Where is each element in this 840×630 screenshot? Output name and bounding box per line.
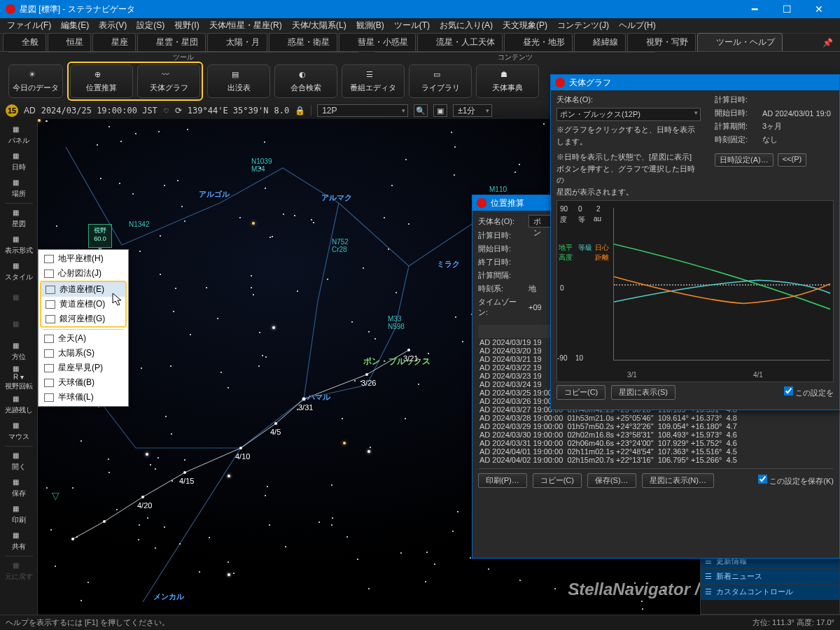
star <box>164 185 165 186</box>
menu-item[interactable]: ヘルプ(H) <box>615 18 660 33</box>
category-tab[interactable]: 太陽・月 <box>207 33 267 51</box>
datetime-readout[interactable]: 2024/03/25 19:00:00 JST <box>41 106 158 115</box>
library-button[interactable]: ▭ライブラリ <box>409 64 472 98</box>
category-tab[interactable]: 星座 <box>92 33 136 51</box>
side-location[interactable]: ▦場所 <box>2 175 36 202</box>
menu-item[interactable]: 銀河座標(G) <box>41 312 125 326</box>
menu-item[interactable]: 天体/恒星・星座(R) <box>205 18 286 33</box>
prev-button[interactable]: <<(P) <box>778 153 807 167</box>
show-in-chart-button[interactable]: 星図に表示(S) <box>611 385 676 400</box>
menu-item[interactable]: ファイル(F) <box>3 18 55 33</box>
side-style[interactable]: ▦スタイル <box>2 258 36 285</box>
fov-indicator[interactable]: 視野 60.0 ▼ <box>88 224 112 248</box>
menu-item[interactable]: 黄道座標(O) <box>41 297 125 312</box>
table-row[interactable]: AD 2024/03/28 19:00:00 01h53m21.0s +25°0… <box>478 414 834 422</box>
dialog-titlebar[interactable]: 天体グラフ <box>551 75 839 90</box>
table-row[interactable]: AD 2024/04/01 19:00:00 02h11m02.1s +22°4… <box>478 447 834 456</box>
side-chart-type[interactable]: ▦星図 <box>2 205 36 232</box>
object-select[interactable]: ポン・ブルックス(12P) <box>556 108 701 121</box>
menu-item[interactable]: 表示(V) <box>94 18 131 33</box>
category-tab[interactable]: 全般 <box>3 33 46 51</box>
maximize-button[interactable]: ☐ <box>771 0 802 18</box>
step-badge[interactable]: 15 <box>6 104 18 117</box>
print-button[interactable]: 印刷(P)… <box>478 473 527 488</box>
category-tab[interactable]: 流星・人工天体 <box>417 33 503 51</box>
category-tab[interactable]: ツール・ヘルプ <box>697 33 783 51</box>
save-settings-checkbox[interactable]: この設定を保存(K) <box>758 475 834 486</box>
category-tabs: 全般恒星星座星雲・星団太陽・月惑星・衛星彗星・小惑星流星・人工天体昼光・地形経緯… <box>0 34 840 52</box>
rise-set-button[interactable]: ▤出没表 <box>207 64 270 98</box>
side-display-mode[interactable]: ▦表示形式 <box>2 232 36 258</box>
pin-icon[interactable]: 📌 <box>822 38 837 48</box>
category-tab[interactable]: 昼光・地形 <box>504 33 573 51</box>
program-editor-button[interactable]: ☰番組エディタ <box>342 64 405 98</box>
menu-item[interactable]: 半球儀(L) <box>40 390 127 405</box>
panel-custom[interactable]: ☰カスタムコントロール <box>701 584 839 600</box>
save-button[interactable]: 保存(S)… <box>587 473 636 488</box>
table-row[interactable]: AD 2024/03/31 19:00:00 02h06m40.6s +23°2… <box>478 439 834 447</box>
table-row[interactable]: AD 2024/03/29 19:00:00 01h57m50.2s +24°3… <box>478 422 834 430</box>
tolerance-select[interactable]: ±1分 <box>453 104 492 117</box>
location-readout[interactable]: 139°44'E 35°39'N <box>188 106 269 115</box>
side-datetime[interactable]: ▦日時 <box>2 148 36 175</box>
side-save[interactable]: ▦保存 <box>2 475 36 501</box>
lock-icon[interactable]: 🔒 <box>295 106 305 115</box>
minimize-button[interactable]: ━ <box>739 0 770 18</box>
save-settings-checkbox[interactable]: この設定を <box>784 386 834 398</box>
category-tab[interactable]: 星雲・星団 <box>137 33 206 51</box>
graph-chart[interactable]: 90 0 -90 度 0 10 等 2 au 地平 高度 等級 日心 距離 <box>556 200 834 382</box>
menu-item[interactable]: コンテンツ(J) <box>553 18 613 33</box>
menu-item[interactable]: ツール(T) <box>390 18 434 33</box>
menu-item[interactable]: 天文現象(P) <box>498 18 552 33</box>
menu-item[interactable]: 星座早見(P) <box>40 360 127 375</box>
category-tab[interactable]: 彗星・小惑星 <box>339 33 416 51</box>
object-select[interactable]: 12P <box>317 104 408 117</box>
star <box>641 601 643 602</box>
category-tab[interactable]: 視野・写野 <box>627 33 696 51</box>
field-label: 開始日時: <box>478 244 523 254</box>
table-row[interactable]: AD 2024/03/30 19:00:00 02h02m16.8s +23°5… <box>478 430 834 439</box>
table-row[interactable]: AD 2024/04/02 19:00:00 02h15m20.7s +22°1… <box>478 456 834 464</box>
side-fov-rotate[interactable]: ▦R ▾視野回転 <box>2 365 36 391</box>
menu-item[interactable]: 編集(E) <box>57 18 93 33</box>
category-tab[interactable]: 惑星・衛星 <box>269 33 337 51</box>
datetime-settings-button[interactable]: 日時設定(A)… <box>715 153 774 167</box>
menu-item[interactable]: 太陽系(S) <box>40 346 127 360</box>
panel-news[interactable]: ☰新着ニュース <box>701 569 839 584</box>
side-panel[interactable]: ▦パネル <box>2 122 36 148</box>
target-button[interactable]: ▣ <box>433 104 447 117</box>
menu-item[interactable]: 赤道座標(E) <box>41 282 125 297</box>
side-open[interactable]: ▦開く <box>2 448 36 475</box>
side-trail[interactable]: ▦光跡残し <box>2 391 36 418</box>
mag-readout[interactable]: 8.0 <box>274 106 289 115</box>
object-graph-dialog[interactable]: 天体グラフ 天体名(O): ポン・ブルックス(12P) ※グラフをクリックすると… <box>550 74 840 410</box>
conjunction-button[interactable]: ◐会合検索 <box>274 64 337 98</box>
menu-item[interactable]: 視野(I) <box>170 18 203 33</box>
copy-button[interactable]: コピー(C) <box>533 473 582 488</box>
side-azimuth[interactable]: ▦方位 <box>2 338 36 365</box>
menu-item[interactable]: 設定(S) <box>132 18 169 33</box>
close-button[interactable]: ✕ <box>804 0 834 18</box>
copy-button[interactable]: コピー(C) <box>556 385 606 400</box>
menu-item[interactable]: 天体/太陽系(L) <box>288 18 351 33</box>
menu-item[interactable]: 天球儀(B) <box>40 375 127 390</box>
show-in-chart-button[interactable]: 星図に表示(N)… <box>642 473 714 488</box>
ephemeris-button[interactable]: ⊕位置推算 <box>70 64 133 98</box>
display-mode-menu[interactable]: 地平座標(H)心射図法(J)赤道座標(E)黄道座標(O)銀河座標(G)全天(A)… <box>38 249 129 407</box>
today-data-button[interactable]: ☀今日のデータ <box>8 64 63 98</box>
menubar[interactable]: ファイル(F)編集(E)表示(V)設定(S)視野(I)天体/恒星・星座(R)天体… <box>0 18 840 34</box>
encyclopedia-button[interactable]: ☗天体事典 <box>476 64 539 98</box>
category-tab[interactable]: 恒星 <box>48 33 91 51</box>
search-button[interactable]: 🔍 <box>414 104 428 117</box>
menu-item[interactable]: 心射図法(J) <box>40 266 127 281</box>
side-mouse[interactable]: ▦マウス <box>2 418 36 444</box>
menu-item[interactable]: 観測(B) <box>352 18 388 33</box>
reload-icon[interactable]: ⟳ <box>175 106 182 115</box>
side-share[interactable]: ▦共有 <box>2 528 36 554</box>
menu-item[interactable]: 全天(A) <box>40 331 127 346</box>
menu-item[interactable]: 地平座標(H) <box>40 251 127 266</box>
object-graph-button[interactable]: 〰天体グラフ <box>137 64 200 98</box>
menu-item[interactable]: お気に入り(A) <box>435 18 497 33</box>
category-tab[interactable]: 経緯線 <box>574 33 626 51</box>
side-print[interactable]: ▦印刷 <box>2 501 36 528</box>
